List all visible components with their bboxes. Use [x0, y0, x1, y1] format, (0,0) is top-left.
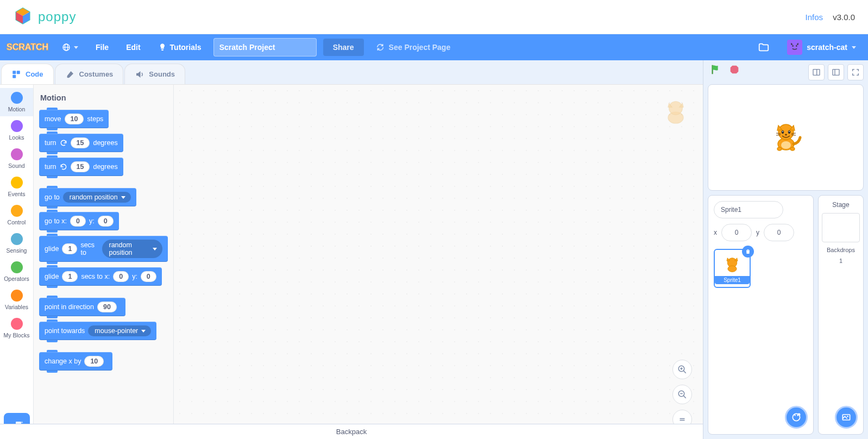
edit-menu[interactable]: Edit	[121, 40, 146, 55]
palette-heading: Motion	[40, 93, 168, 102]
motion-block[interactable]: go torandom position	[39, 188, 136, 206]
stage-size-small-button[interactable]	[808, 64, 825, 80]
category-dot-icon	[11, 318, 23, 330]
category-dot-icon	[11, 92, 23, 104]
scratch-logo[interactable]: SCRATCH	[7, 39, 50, 56]
layout-small-icon	[812, 68, 821, 77]
svg-text:SCRATCH: SCRATCH	[7, 42, 48, 52]
category-label: Events	[8, 191, 25, 197]
share-button[interactable]: Share	[323, 39, 364, 56]
svg-point-44	[789, 131, 790, 132]
stage-sprite-render	[769, 119, 803, 156]
sprite-y-input[interactable]	[764, 224, 794, 241]
motion-block[interactable]: point towardsmouse-pointer	[39, 322, 156, 340]
fullscreen-icon	[851, 68, 860, 77]
category-operators[interactable]: Operators	[0, 258, 33, 286]
backdrops-label: Backdrops	[827, 247, 855, 253]
tab-costumes[interactable]: Costumes	[55, 64, 124, 84]
block-palette[interactable]: Motion move10stepsturn15degreesturn15deg…	[34, 85, 174, 439]
zoom-controls	[672, 360, 692, 429]
motion-block[interactable]: turn15degrees	[39, 158, 123, 176]
rotate-ccw-icon	[60, 163, 67, 171]
category-sensing[interactable]: Sensing	[0, 229, 33, 258]
motion-block[interactable]: go to x:0y:0	[39, 212, 119, 230]
editor-area: MotionLooksSoundEventsControlSensingOper…	[0, 84, 703, 439]
motion-block[interactable]: glide1secs to x:0y:0	[39, 267, 162, 286]
stage-panel: Stage Backdrops 1	[818, 195, 864, 435]
backdrops-count: 1	[839, 258, 842, 264]
motion-block[interactable]: point in direction90	[39, 298, 125, 316]
tabs-row: Code Costumes Sounds	[0, 60, 703, 84]
stage-fullscreen-button[interactable]	[847, 64, 864, 80]
tutorials-button[interactable]: Tutorials	[153, 40, 207, 55]
category-label: Sensing	[7, 247, 27, 254]
top-bar: poppy Infos v3.0.0	[0, 0, 868, 34]
see-project-page-button[interactable]: See Project Page	[370, 40, 456, 55]
tab-sounds[interactable]: Sounds	[124, 64, 185, 84]
tab-costumes-label: Costumes	[79, 70, 114, 78]
menu-bar: SCRATCH File Edit Tutorials Share See Pr…	[0, 34, 868, 60]
stage[interactable]	[708, 84, 864, 191]
lightbulb-icon	[158, 43, 167, 52]
sprite-tile[interactable]: Sprite1	[714, 249, 751, 288]
category-label: Operators	[4, 275, 29, 282]
file-menu[interactable]: File	[90, 40, 114, 55]
sprite-thumbnail-icon	[721, 253, 743, 275]
sprite-panel: x y Sprite1	[708, 195, 814, 435]
script-canvas[interactable]	[174, 85, 703, 439]
sprite-watermark	[661, 97, 691, 129]
svg-rect-14	[12, 74, 16, 78]
account-menu[interactable]: scratch-cat	[782, 36, 861, 58]
green-flag-button[interactable]	[710, 64, 722, 78]
add-sprite-button[interactable]: +	[785, 406, 808, 429]
category-motion[interactable]: Motion	[0, 88, 33, 116]
zoom-in-button[interactable]	[672, 360, 692, 379]
caret-down-icon	[141, 330, 146, 333]
category-label: Sound	[8, 162, 24, 169]
category-dot-icon	[11, 290, 23, 302]
zoom-out-button[interactable]	[672, 385, 692, 404]
caret-down-icon	[153, 248, 157, 250]
project-title-input[interactable]	[213, 38, 317, 57]
svg-marker-10	[791, 43, 793, 45]
tutorials-label: Tutorials	[170, 43, 202, 52]
motion-block[interactable]: move10steps	[39, 110, 109, 128]
category-variables[interactable]: Variables	[0, 286, 33, 314]
motion-block[interactable]: turn15degrees	[39, 134, 123, 152]
category-my-blocks[interactable]: My Blocks	[0, 314, 33, 342]
category-sound[interactable]: Sound	[0, 145, 33, 173]
category-control[interactable]: Control	[0, 201, 33, 229]
category-events[interactable]: Events	[0, 173, 33, 201]
category-looks[interactable]: Looks	[0, 116, 33, 145]
motion-block[interactable]: change x by10	[39, 352, 112, 371]
add-backdrop-button[interactable]	[835, 406, 858, 429]
mystuff-button[interactable]	[752, 38, 775, 57]
sprite-name-input[interactable]	[714, 201, 783, 218]
svg-point-43	[782, 131, 783, 132]
stop-button[interactable]	[728, 64, 740, 78]
sprite-x-input[interactable]	[721, 224, 752, 241]
refresh-icon	[376, 43, 385, 52]
category-label: My Blocks	[4, 332, 30, 338]
tab-code[interactable]: Code	[1, 64, 54, 84]
stage-thumbnail[interactable]	[822, 213, 860, 242]
category-label: Control	[8, 219, 26, 225]
see-project-label: See Project Page	[389, 43, 451, 52]
category-label: Looks	[9, 134, 24, 141]
stage-size-large-button[interactable]	[828, 64, 844, 80]
category-dot-icon	[11, 177, 23, 189]
backpack-bar[interactable]: Backpack	[0, 424, 703, 439]
motion-block[interactable]: glide1secs torandom position	[39, 236, 168, 262]
delete-sprite-button[interactable]	[742, 246, 754, 258]
cat-plus-icon: +	[791, 412, 802, 423]
category-dot-icon	[11, 120, 23, 132]
svg-point-37	[781, 141, 791, 149]
svg-rect-34	[833, 70, 839, 76]
caret-down-icon	[121, 196, 125, 199]
infos-link[interactable]: Infos	[806, 12, 823, 22]
language-selector[interactable]	[56, 40, 84, 55]
avatar-icon	[787, 40, 802, 55]
tab-code-label: Code	[26, 70, 43, 78]
stage-header	[703, 60, 868, 84]
backpack-label: Backpack	[336, 428, 367, 436]
